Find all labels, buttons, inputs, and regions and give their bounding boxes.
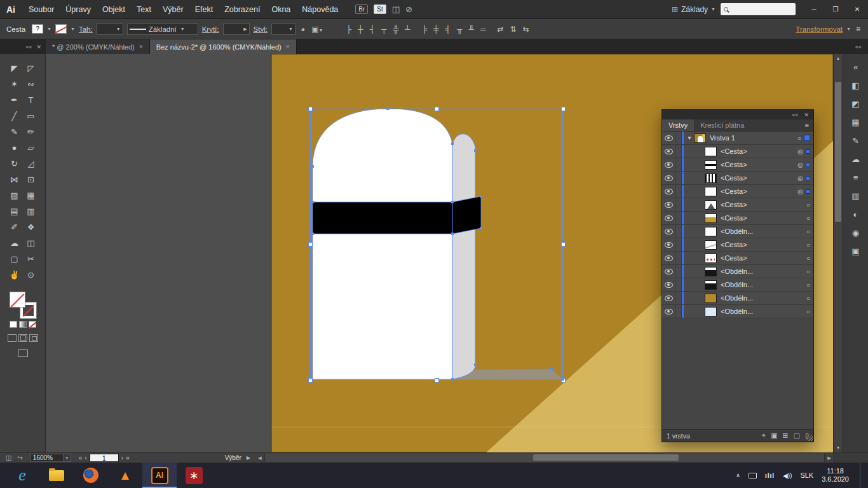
- panel-resize-grip[interactable]: [806, 435, 813, 441]
- selection-handle[interactable]: [309, 243, 313, 247]
- visibility-toggle[interactable]: [662, 292, 676, 304]
- visibility-toggle[interactable]: [662, 265, 676, 278]
- anchor-point[interactable]: [480, 195, 482, 198]
- hscroll-thumb[interactable]: [533, 454, 679, 461]
- align-left-button[interactable]: ├: [344, 25, 353, 34]
- stroke-chevron-icon[interactable]: ▼: [71, 27, 75, 31]
- anchor-point[interactable]: [311, 201, 314, 203]
- none-button[interactable]: [29, 321, 36, 328]
- anchor-point[interactable]: [386, 107, 389, 110]
- width-tool[interactable]: ⋈: [6, 172, 23, 187]
- zoom-level-select[interactable]: 1600% ▼: [31, 454, 71, 462]
- screen-mode-button[interactable]: [18, 349, 28, 357]
- magic-wand-tool[interactable]: ✶: [6, 76, 23, 92]
- lock-cell[interactable]: [676, 158, 682, 171]
- style-label[interactable]: Styl:: [254, 25, 268, 33]
- rotate-tool[interactable]: ↻: [6, 156, 23, 172]
- gradient-button[interactable]: [19, 321, 27, 328]
- document-tab[interactable]: Bez názvu-2* @ 1600% (CMYK/Náhled)×: [150, 39, 297, 54]
- perspective-grid-tool[interactable]: ▦: [23, 187, 39, 203]
- document-tab[interactable]: * @ 200% (CMYK/Náhled)×: [46, 39, 150, 54]
- distribute-vspace-button[interactable]: ⇅: [509, 25, 518, 34]
- panel-close-icon[interactable]: ✕: [804, 112, 809, 118]
- opacity-label[interactable]: Krytí:: [202, 25, 219, 33]
- sublayer-row[interactable]: <Cesta>◎: [662, 185, 813, 198]
- zoom-tool[interactable]: ⊙: [23, 267, 39, 283]
- anchor-point[interactable]: [451, 378, 454, 381]
- dock-close-left-icon[interactable]: ✕: [36, 44, 41, 50]
- symbol-sprayer-tool[interactable]: ☁: [6, 235, 23, 251]
- visibility-toggle[interactable]: [662, 238, 676, 251]
- shape-builder-tool[interactable]: ▧: [6, 187, 23, 203]
- restore-button[interactable]: ❐: [825, 0, 846, 19]
- close-button[interactable]: ✕: [846, 0, 868, 19]
- target-circle[interactable]: ○: [806, 295, 810, 302]
- draw-normal-button[interactable]: [8, 334, 17, 342]
- distribute-bottom-button[interactable]: ╡: [444, 25, 452, 34]
- workspace-switcher[interactable]: ⊞ Základy ▼: [672, 5, 715, 14]
- stock-button[interactable]: St: [374, 4, 386, 14]
- column-graph-tool[interactable]: ◫: [23, 235, 39, 251]
- panel-collapse-icon[interactable]: ««: [792, 112, 798, 118]
- tab-close-icon[interactable]: ×: [286, 43, 290, 50]
- menu-item[interactable]: Nápověda: [296, 0, 344, 19]
- gpu-performance-icon[interactable]: ⊘: [405, 4, 412, 14]
- target-circle[interactable]: ○: [806, 308, 810, 315]
- band-side-shape[interactable]: [452, 196, 481, 234]
- stroke-weight-label[interactable]: Tah:: [79, 25, 93, 33]
- artboard-number-field[interactable]: 1: [90, 454, 119, 462]
- recolor-artwork-icon[interactable]: ◕: [299, 25, 306, 34]
- eyedropper-tool[interactable]: ✐: [6, 219, 23, 235]
- transform-link[interactable]: Transformovat: [796, 25, 843, 33]
- fill-stroke-indicator[interactable]: [10, 292, 36, 318]
- anchor-point[interactable]: [451, 233, 454, 235]
- align-bottom-button[interactable]: ┴: [403, 25, 412, 34]
- dock-transparency-panel-icon[interactable]: ◐: [848, 206, 864, 222]
- menu-item[interactable]: Objekt: [97, 0, 131, 19]
- distribute-top-button[interactable]: ╞: [421, 25, 429, 34]
- stroke-profile-select[interactable]: Základní ▼: [127, 24, 198, 35]
- visibility-toggle[interactable]: [662, 252, 676, 264]
- menu-item[interactable]: Soubor: [23, 0, 60, 19]
- selection-handle[interactable]: [562, 107, 566, 111]
- lock-cell[interactable]: [676, 225, 682, 238]
- visibility-toggle[interactable]: [662, 185, 676, 198]
- status-menu-icon[interactable]: ▶: [247, 455, 250, 461]
- visibility-toggle[interactable]: [662, 172, 676, 184]
- target-circle[interactable]: ○: [806, 201, 810, 208]
- sublayer-row[interactable]: <Cesta>◎: [662, 172, 813, 185]
- selection-handle[interactable]: [309, 107, 313, 111]
- visibility-toggle[interactable]: [662, 225, 676, 238]
- fill-swatch[interactable]: ?: [32, 24, 43, 34]
- taskbar-red-app[interactable]: ∗: [177, 463, 211, 488]
- selection-handle[interactable]: [309, 379, 313, 383]
- tray-network-icon[interactable]: ılıl: [765, 472, 775, 479]
- new-layer-button[interactable]: ▢: [794, 431, 800, 440]
- sublayer-row[interactable]: <Obdéln...○: [662, 225, 813, 238]
- dock-stroke-panel-icon[interactable]: ≡: [848, 169, 864, 186]
- target-circle[interactable]: ○: [797, 135, 801, 142]
- selection-handle[interactable]: [435, 379, 439, 383]
- next-artboard-button[interactable]: ›: [121, 454, 123, 461]
- selection-tool[interactable]: ◤: [6, 60, 23, 76]
- sublayer-row[interactable]: <Cesta>◎: [662, 145, 813, 158]
- taskbar-illustrator[interactable]: Ai: [142, 463, 177, 488]
- align-right-button[interactable]: ┤: [368, 25, 376, 34]
- scroll-right-icon[interactable]: ▶: [825, 456, 834, 461]
- layer-row[interactable]: ▼Vrstva 1○: [662, 132, 813, 145]
- bridge-button[interactable]: Br: [355, 4, 368, 14]
- lock-cell[interactable]: [676, 212, 682, 224]
- lock-cell[interactable]: [676, 198, 682, 211]
- tab-close-icon[interactable]: ×: [139, 43, 143, 50]
- dock-appearance-panel-icon[interactable]: ◉: [848, 224, 864, 241]
- lock-cell[interactable]: [676, 172, 682, 184]
- lock-cell[interactable]: [676, 305, 682, 318]
- locate-object-button[interactable]: ⌖: [762, 431, 766, 440]
- visibility-toggle[interactable]: [662, 132, 676, 144]
- sublayer-row[interactable]: <Obdéln...○: [662, 278, 813, 292]
- target-circle[interactable]: ○: [806, 228, 810, 235]
- lock-cell[interactable]: [676, 278, 682, 291]
- sublayer-row[interactable]: <Cesta>○: [662, 238, 813, 252]
- new-sublayer-button[interactable]: ⊞: [782, 431, 788, 440]
- stroke-swatch[interactable]: [55, 24, 67, 34]
